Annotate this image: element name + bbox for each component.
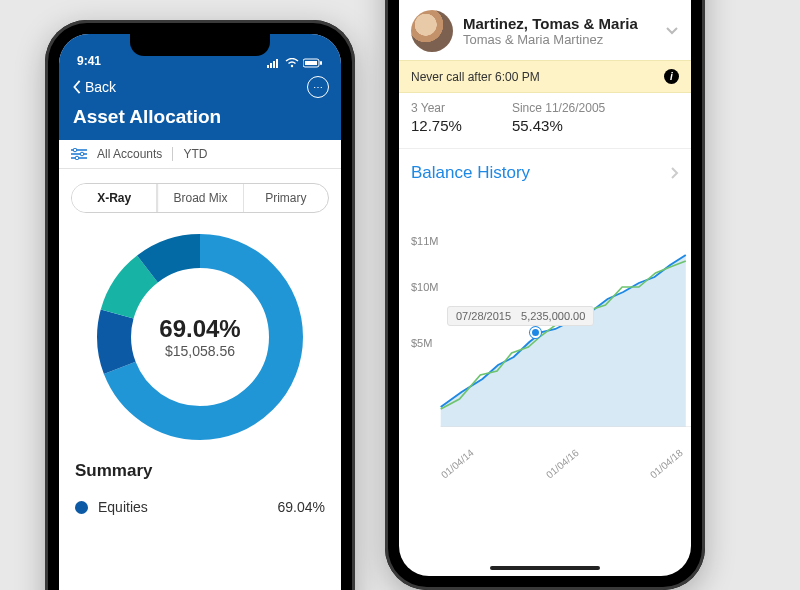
metric-value: 12.75%: [411, 117, 462, 134]
x-tick: 01/04/14: [439, 447, 476, 480]
segment-primary[interactable]: Primary: [243, 184, 328, 212]
back-button[interactable]: Back: [71, 79, 116, 95]
svg-point-11: [80, 152, 84, 156]
chart-tooltip: 07/28/2015 5,235,000.00: [447, 306, 594, 326]
page-title: Asset Allocation: [59, 104, 341, 140]
metric-3year: 3 Year 12.75%: [411, 101, 462, 134]
svg-point-9: [73, 148, 77, 152]
filter-account[interactable]: All Accounts: [97, 147, 162, 161]
filter-row: All Accounts YTD: [59, 140, 341, 169]
svg-point-13: [75, 156, 79, 160]
battery-icon: [303, 58, 323, 68]
summary-title: Summary: [75, 461, 325, 481]
summary-section: Summary Equities 69.04%: [59, 447, 341, 521]
filter-separator: [172, 147, 173, 161]
screen-right: Martinez, Tomas & Maria Tomas & Maria Ma…: [399, 0, 691, 576]
summary-item-name: Equities: [98, 499, 148, 515]
svg-rect-6: [305, 61, 317, 65]
avatar: [411, 10, 453, 52]
metric-label: 3 Year: [411, 101, 462, 115]
donut-percent: 69.04%: [159, 315, 240, 343]
legend-dot-icon: [75, 501, 88, 514]
phone-frame-right: Martinez, Tomas & Maria Tomas & Maria Ma…: [385, 0, 705, 590]
nav-bar: Back ⋯: [59, 72, 341, 104]
client-name: Martinez, Tomas & Maria: [463, 15, 655, 32]
filter-period[interactable]: YTD: [183, 147, 207, 161]
chevron-right-icon: [671, 167, 679, 179]
client-names: Martinez, Tomas & Maria Tomas & Maria Ma…: [463, 15, 655, 47]
metric-label: Since 11/26/2005: [512, 101, 605, 115]
back-label: Back: [85, 79, 116, 95]
chevron-left-icon: [71, 80, 83, 94]
svg-rect-2: [273, 61, 275, 68]
alert-banner: Never call after 6:00 PM i: [399, 60, 691, 93]
summary-item-value: 69.04%: [278, 499, 325, 515]
segment-xray[interactable]: X-Ray: [72, 184, 157, 212]
alert-text: Never call after 6:00 PM: [411, 70, 540, 84]
summary-row-equities[interactable]: Equities 69.04%: [75, 493, 325, 521]
section-title: Balance History: [411, 163, 530, 183]
tooltip-date: 07/28/2015: [456, 310, 511, 322]
client-header[interactable]: Martinez, Tomas & Maria Tomas & Maria Ma…: [399, 2, 691, 60]
signal-icon: [267, 58, 281, 68]
x-tick: 01/04/18: [648, 447, 685, 480]
svg-point-4: [291, 65, 293, 67]
donut-value: $15,058.56: [165, 343, 235, 359]
status-time: 9:41: [77, 54, 101, 68]
svg-rect-0: [267, 65, 269, 68]
x-tick: 01/04/16: [544, 447, 581, 480]
metrics-row: 3 Year 12.75% Since 11/26/2005 55.43%: [399, 93, 691, 149]
more-menu-button[interactable]: ⋯: [307, 76, 329, 98]
client-subtitle: Tomas & Maria Martinez: [463, 32, 655, 47]
metric-value: 55.43%: [512, 117, 605, 134]
status-icons: [267, 58, 323, 68]
home-indicator[interactable]: [490, 566, 600, 570]
info-icon[interactable]: i: [664, 69, 679, 84]
screen-left: 9:41 Back ⋯ Asset Allocat: [59, 34, 341, 590]
filter-icon[interactable]: [71, 148, 87, 160]
donut-chart: 69.04% $15,058.56: [90, 227, 310, 447]
metric-since: Since 11/26/2005 55.43%: [512, 101, 605, 134]
balance-history-header[interactable]: Balance History: [399, 149, 691, 187]
x-axis-ticks: 01/04/14 01/04/16 01/04/18: [439, 472, 687, 483]
phone-frame-left: 9:41 Back ⋯ Asset Allocat: [45, 20, 355, 590]
svg-rect-7: [320, 61, 322, 65]
notch: [130, 34, 270, 56]
wifi-icon: [285, 58, 299, 68]
donut-center: 69.04% $15,058.56: [90, 227, 310, 447]
chart-point-marker: [530, 327, 541, 338]
segmented-control: X-Ray Broad Mix Primary: [71, 183, 329, 213]
tooltip-value: 5,235,000.00: [521, 310, 585, 322]
segment-broad-mix[interactable]: Broad Mix: [157, 184, 242, 212]
svg-rect-3: [276, 59, 278, 68]
chevron-down-icon[interactable]: [665, 26, 679, 36]
more-icon: ⋯: [313, 82, 324, 93]
balance-history-chart[interactable]: $11M $10M $5M 07/28/2015 5,235,000.00 01…: [399, 187, 691, 477]
svg-rect-1: [270, 63, 272, 68]
